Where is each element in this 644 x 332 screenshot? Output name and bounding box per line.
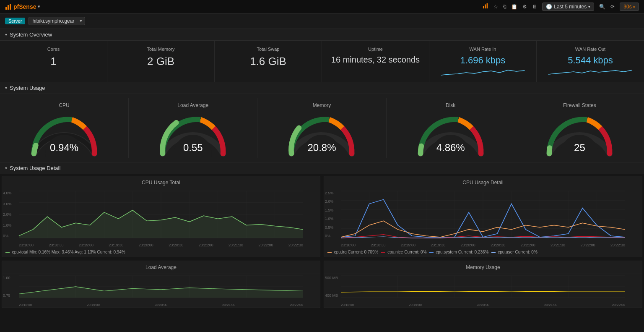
y-labels-load-avg: 1.00 0.75: [3, 276, 10, 298]
stat-card-cores: Cores 1: [0, 41, 107, 82]
star-icon[interactable]: ☆: [493, 4, 498, 10]
y-labels-cpu-total: 4.0% 3.0% 2.0% 1.0% 0%: [3, 191, 12, 238]
gauge-memory-wrapper: 20.8%: [284, 112, 359, 154]
stat-card-total-memory: Total Memory 2 GiB: [107, 41, 215, 82]
gauge-cpu: CPU 0.94%: [0, 98, 129, 158]
chart-panel-cpu-total: CPU Usage Total 4.0% 3.0% 2.0% 1.0% 0%: [2, 176, 320, 257]
system-overview-header[interactable]: ▾ System Overview: [0, 29, 644, 41]
svg-rect-4: [485, 5, 486, 9]
gauge-load-value: 0.55: [155, 142, 231, 154]
chevron-down-icon: ▾: [633, 5, 635, 9]
gauge-memory-value: 20.8%: [284, 142, 359, 154]
sync-icon[interactable]: ⟳: [610, 4, 615, 10]
dashboard-icon[interactable]: [483, 3, 488, 10]
stat-label-total-swap: Total Swap: [221, 47, 315, 52]
share-icon[interactable]: ⎗: [503, 4, 506, 10]
stat-label-wan-rate-in: WAN Rate In: [436, 47, 530, 52]
system-usage-detail-header[interactable]: ▾ System Usage Detail: [0, 162, 644, 174]
gauge-disk-value: 4.86%: [413, 142, 488, 154]
settings-icon[interactable]: ⚙: [522, 4, 527, 10]
system-usage-detail-title: System Usage Detail: [10, 165, 60, 171]
wan-in-sparkline: [436, 68, 530, 76]
stat-value-cores: 1: [7, 55, 100, 68]
gauge-cpu-wrapper: 0.94%: [26, 112, 102, 154]
app-logo: pfSense ▾: [5, 3, 40, 10]
x-labels-load-avg: 23:18:00 23:19:00 23:20:00 23:21:00 23:2…: [19, 303, 303, 307]
gauge-firewall: Firewall States 25: [515, 98, 644, 158]
app-name: pfSense: [13, 3, 36, 10]
gauge-memory-title: Memory: [262, 102, 382, 108]
server-dropdown[interactable]: hibiki.sympho.gear: [29, 17, 85, 25]
nav-left: pfSense ▾: [5, 3, 40, 10]
chart-title-cpu-total: CPU Usage Total: [2, 176, 320, 189]
legend-dot-cpu-system: [429, 252, 434, 253]
x-labels-cpu-total: 23:18:00 23:18:30 23:19:00 23:19:30 23:2…: [19, 243, 303, 247]
search-icon[interactable]: 🔍: [599, 4, 605, 10]
time-range-picker[interactable]: 🕐 Last 5 minutes ▾: [542, 3, 594, 11]
chart-svg-load-avg: [19, 276, 303, 298]
chart-legend-cpu-detail: cpu.irq Current: 0.709% cpu.nice Current…: [324, 248, 642, 257]
gauge-memory: Memory 20.8%: [257, 98, 386, 158]
bar-chart-icon: [5, 3, 12, 10]
stat-value-wan-rate-out: 5.544 kbps: [543, 55, 637, 66]
top-navigation: pfSense ▾ ☆ ⎗ 📋 ⚙ 🖥 🕐 Last 5 minutes ▾ 🔍…: [0, 0, 644, 13]
legend-dot-cpu-irq: [327, 252, 332, 253]
legend-dot-cpu-total: [5, 252, 10, 253]
monitor-icon[interactable]: 🖥: [532, 4, 537, 10]
system-usage-header[interactable]: ▾ System Usage: [0, 82, 644, 94]
stat-value-wan-rate-in: 1.696 kbps: [436, 55, 530, 66]
gauge-firewall-title: Firewall States: [519, 102, 640, 108]
clock-icon: 🕐: [546, 4, 552, 10]
chart-panel-load-avg: Load Average 1.00 0.75 23:18:00 23:19:00: [2, 261, 320, 308]
stat-value-total-memory: 2 GiB: [114, 55, 208, 68]
gauge-disk-title: Disk: [391, 102, 511, 108]
gauge-load: Load Average 0.55: [129, 98, 257, 158]
app-menu-icon[interactable]: ▾: [38, 4, 40, 9]
svg-rect-5: [487, 3, 488, 8]
wan-out-sparkline: [543, 68, 637, 76]
server-select-wrapper: hibiki.sympho.gear: [29, 17, 85, 25]
stat-card-total-swap: Total Swap 1.6 GiB: [215, 41, 322, 82]
gauge-disk-wrapper: 4.86%: [413, 112, 488, 154]
x-labels-cpu-detail: 23:18:00 23:18:30 23:19:00 23:19:30 23:2…: [341, 243, 625, 247]
stat-label-uptime: Uptime: [329, 47, 422, 52]
server-label: Server: [5, 18, 25, 24]
chart-title-memory-usage: Memory Usage: [324, 261, 642, 274]
svg-rect-2: [10, 4, 11, 10]
stat-card-uptime: Uptime 16 minutes, 32 seconds: [322, 41, 429, 82]
gauge-load-wrapper: 0.55: [155, 112, 231, 154]
stat-label-cores: Cores: [7, 47, 100, 52]
chart-title-load-avg: Load Average: [2, 261, 320, 274]
refresh-button[interactable]: 30s ▾: [620, 3, 639, 11]
legend-dot-cpu-nice: [381, 252, 385, 253]
svg-rect-0: [5, 7, 7, 10]
y-labels-cpu-detail: 2.5% 2.0% 1.5% 1.0% 0.5% 0%: [325, 191, 334, 238]
chart-svg-cpu-detail: [341, 191, 625, 238]
stat-card-wan-rate-in: WAN Rate In 1.696 kbps: [429, 41, 537, 82]
gauge-firewall-value: 25: [542, 142, 617, 154]
system-overview-title: System Overview: [10, 31, 52, 38]
usage-gauges-grid: CPU 0.94% Load Average: [0, 94, 644, 162]
chevron-down-icon: ▾: [588, 5, 590, 9]
svg-rect-1: [8, 5, 9, 10]
system-usage-title: System Usage: [10, 85, 45, 91]
server-bar: Server hibiki.sympho.gear: [0, 13, 644, 29]
chevron-icon: ▾: [5, 32, 7, 37]
x-labels-memory-usage: 23:18:00 23:19:00 23:20:00 23:21:00 23:2…: [341, 303, 625, 307]
chart-title-cpu-detail: CPU Usage Detail: [324, 176, 642, 189]
y-labels-memory-usage: 500 MB 400 MB: [325, 276, 338, 298]
overview-stats-grid: Cores 1 Total Memory 2 GiB Total Swap 1.…: [0, 41, 644, 82]
svg-rect-3: [483, 6, 484, 8]
chart-panel-cpu-detail: CPU Usage Detail 2.5% 2.0% 1.5% 1.0% 0.5…: [324, 176, 642, 257]
detail-charts-grid: CPU Usage Total 4.0% 3.0% 2.0% 1.0% 0%: [0, 174, 644, 259]
chart-panel-memory-usage: Memory Usage 500 MB 400 MB 23:18:00 23:1…: [324, 261, 642, 308]
chart-area-cpu-detail: 2.5% 2.0% 1.5% 1.0% 0.5% 0%: [324, 189, 642, 248]
chart-svg-cpu-total: [19, 191, 303, 238]
gauge-cpu-value: 0.94%: [26, 142, 102, 154]
stat-label-total-memory: Total Memory: [114, 47, 208, 52]
stat-value-total-swap: 1.6 GiB: [221, 55, 315, 68]
stat-card-wan-rate-out: WAN Rate Out 5.544 kbps: [537, 41, 644, 82]
bookmark-icon[interactable]: 📋: [511, 4, 517, 10]
gauge-disk: Disk 4.86%: [387, 98, 515, 158]
time-range-label: Last 5 minutes: [554, 4, 587, 10]
